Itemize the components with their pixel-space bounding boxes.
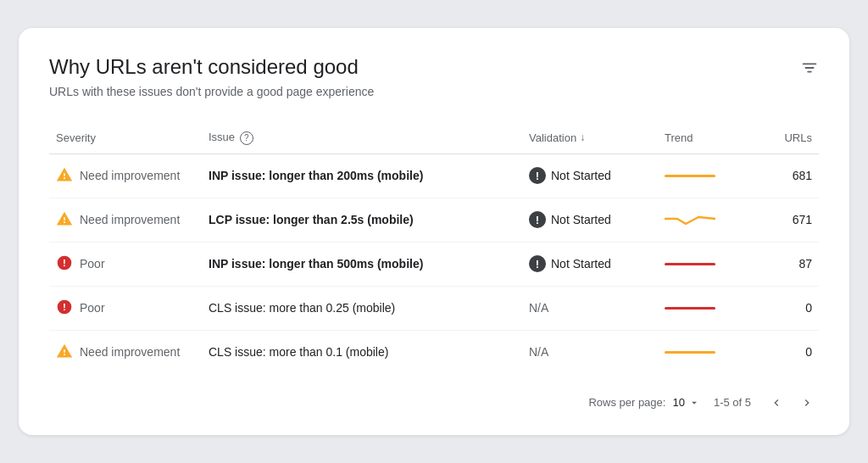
- severity-label: Poor: [80, 257, 105, 271]
- svg-rect-0: [803, 64, 817, 65]
- validation-cell: ! Not Started: [522, 153, 658, 198]
- sort-arrow-icon[interactable]: ↓: [580, 131, 585, 143]
- table-header-row: Severity Issue ? Validation ↓ Trend URLs: [49, 122, 819, 153]
- trend-cell: [658, 330, 751, 374]
- url-count-cell: 671: [751, 198, 819, 242]
- poor-icon: !: [56, 298, 73, 318]
- url-count-cell: 681: [751, 153, 819, 198]
- trend-cell: [658, 153, 751, 198]
- url-count-cell: 87: [751, 242, 819, 286]
- pagination-range: 1-5 of 5: [714, 396, 751, 409]
- trend-line: [665, 263, 715, 265]
- table-row: Need improvement CLS issue: more than 0.…: [49, 330, 819, 374]
- rows-per-page-value: 10: [672, 396, 684, 409]
- col-urls: URLs: [751, 122, 819, 153]
- warning-icon: [56, 210, 73, 230]
- main-card: Why URLs aren't considered good URLs wit…: [19, 28, 849, 434]
- severity-cell: Need improvement: [49, 153, 202, 198]
- issue-cell: CLS issue: more than 0.25 (mobile): [202, 286, 522, 330]
- rows-per-page-label: Rows per page:: [588, 396, 665, 409]
- table-row: Need improvement LCP issue: longer than …: [49, 198, 819, 242]
- prev-page-button[interactable]: [765, 391, 788, 415]
- severity-cell: ! Poor: [49, 242, 202, 286]
- trend-line: [665, 351, 715, 354]
- trend-cell: [658, 198, 751, 242]
- rows-per-page: Rows per page: 10: [588, 396, 700, 409]
- svg-text:!: !: [63, 301, 66, 312]
- trend-line: [665, 210, 715, 227]
- severity-label: Need improvement: [80, 213, 180, 226]
- col-severity: Severity: [49, 122, 202, 153]
- header-text: Why URLs aren't considered good URLs wit…: [49, 55, 374, 98]
- url-count-cell: 0: [751, 330, 819, 374]
- svg-text:!: !: [63, 257, 66, 268]
- page-subtitle: URLs with these issues don't provide a g…: [49, 85, 374, 98]
- not-started-icon: !: [529, 211, 546, 228]
- issue-cell: INP issue: longer than 500ms (mobile): [202, 242, 522, 286]
- severity-cell: Need improvement: [49, 198, 202, 242]
- validation-cell: ! Not Started: [522, 242, 658, 286]
- not-started-icon: !: [529, 255, 546, 272]
- card-header: Why URLs aren't considered good URLs wit…: [49, 55, 819, 98]
- issue-text: CLS issue: more than 0.1 (mobile): [209, 345, 388, 359]
- issue-cell: INP issue: longer than 200ms (mobile): [202, 153, 522, 198]
- validation-cell: N/A: [522, 286, 658, 330]
- warning-icon: [56, 343, 73, 362]
- validation-label: Not Started: [551, 257, 611, 271]
- svg-rect-2: [807, 71, 812, 73]
- severity-cell: Need improvement: [49, 330, 202, 374]
- issue-help-icon[interactable]: ?: [240, 131, 253, 145]
- issue-text: CLS issue: more than 0.25 (mobile): [209, 301, 395, 315]
- issue-cell: LCP issue: longer than 2.5s (mobile): [202, 198, 522, 242]
- table-row: ! Poor INP issue: longer than 500ms (mob…: [49, 242, 819, 286]
- page-title: Why URLs aren't considered good: [49, 55, 374, 80]
- url-count-cell: 0: [751, 286, 819, 330]
- trend-cell: [658, 242, 751, 286]
- svg-rect-1: [805, 67, 815, 69]
- not-started-icon: !: [529, 167, 546, 184]
- col-validation: Validation ↓: [522, 122, 658, 153]
- next-page-button[interactable]: [795, 391, 819, 415]
- trend-line: [665, 175, 715, 177]
- validation-cell: ! Not Started: [522, 198, 658, 242]
- severity-label: Need improvement: [80, 169, 180, 182]
- severity-label: Poor: [80, 301, 105, 315]
- table-footer: Rows per page: 10 1-5 of 5: [49, 391, 819, 415]
- na-label: N/A: [529, 345, 548, 359]
- na-label: N/A: [529, 301, 548, 315]
- severity-label: Need improvement: [80, 345, 180, 359]
- issue-text: INP issue: longer than 200ms (mobile): [209, 169, 423, 182]
- issue-text: LCP issue: longer than 2.5s (mobile): [209, 213, 414, 226]
- validation-label: Not Started: [551, 213, 611, 226]
- trend-cell: [658, 286, 751, 330]
- validation-label: Not Started: [551, 169, 611, 182]
- issue-text: INP issue: longer than 500ms (mobile): [209, 257, 423, 271]
- table-row: Need improvement INP issue: longer than …: [49, 153, 819, 198]
- validation-cell: N/A: [522, 330, 658, 374]
- issue-cell: CLS issue: more than 0.1 (mobile): [202, 330, 522, 374]
- trend-line: [665, 307, 715, 310]
- rows-per-page-select[interactable]: 10: [672, 396, 699, 409]
- severity-cell: ! Poor: [49, 286, 202, 330]
- table-row: ! Poor CLS issue: more than 0.25 (mobile…: [49, 286, 819, 330]
- pagination-nav: [765, 391, 819, 415]
- filter-icon[interactable]: [800, 59, 819, 81]
- col-issue: Issue ?: [202, 122, 522, 153]
- warning-icon: [56, 166, 73, 186]
- col-trend: Trend: [658, 122, 751, 153]
- poor-icon: !: [56, 254, 73, 274]
- issues-table: Severity Issue ? Validation ↓ Trend URLs: [49, 122, 819, 374]
